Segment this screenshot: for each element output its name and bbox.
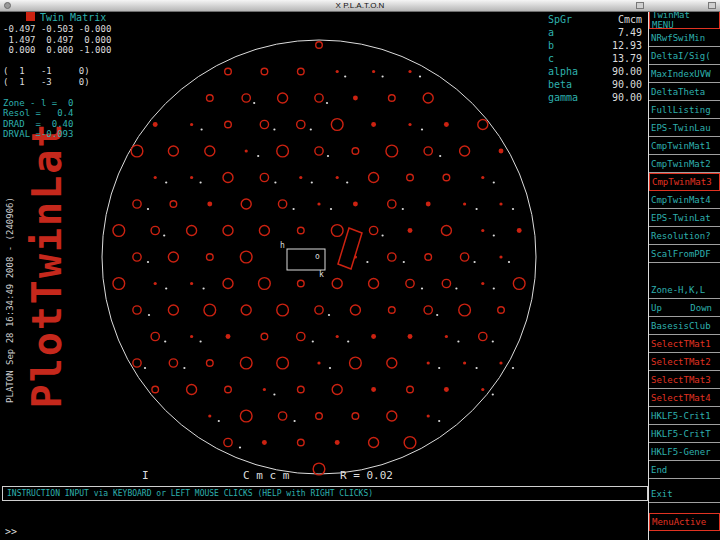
weak-reflection-dot <box>147 261 149 263</box>
reflection-dot <box>154 282 157 285</box>
window-titlebar[interactable]: X P.L.A.T.O.N <box>0 0 720 12</box>
weak-reflection-dot <box>239 446 241 448</box>
reflection-dot <box>352 148 359 155</box>
menu-item-resolution-[interactable]: Resolution? <box>649 227 720 245</box>
reflection-dot <box>353 202 358 207</box>
weak-reflection-dot <box>147 208 149 210</box>
reflection-dot <box>168 146 178 156</box>
plot-function-label: PlotTwinLat <box>24 122 70 409</box>
reflection-dot <box>336 335 339 338</box>
menu-item-end[interactable]: End <box>649 461 720 479</box>
twin-matrix-values: -0.497 -0.503 -0.000 1.497 0.497 0.000 0… <box>3 24 111 140</box>
menu-item-eps-twinlau[interactable]: EPS-TwinLau <box>649 119 720 137</box>
weak-reflection-dot <box>273 393 275 395</box>
reflection-dot <box>388 200 396 208</box>
reflection-dot <box>423 93 433 103</box>
reflection-dot <box>441 226 451 236</box>
menu-item-selecttmat4[interactable]: SelectTMat4 <box>649 389 720 407</box>
reflection-dot <box>315 94 323 102</box>
cell-parameter-value: 90.00 <box>612 78 642 91</box>
menu-item-cmptwinmat3[interactable]: CmpTwinMat3 <box>649 173 720 191</box>
window-zoom-button[interactable] <box>708 2 716 9</box>
menu-item-maxindexuvw[interactable]: MaxIndexUVW <box>649 65 720 83</box>
reflection-dot <box>426 202 431 207</box>
menu-item-basesisclub[interactable]: BasesisClub <box>649 317 720 335</box>
reflection-dot <box>315 147 323 155</box>
menu-item-up[interactable]: Up <box>651 303 662 313</box>
menu-item-hklf5-crit1[interactable]: HKLF5-Crit1 <box>649 407 720 425</box>
weak-reflection-dot <box>421 128 423 130</box>
weak-reflection-dot <box>200 181 202 183</box>
axis-label-k: k <box>319 270 324 279</box>
reflection-dot <box>151 226 159 234</box>
weak-reflection-dot <box>344 75 346 77</box>
reflection-dot <box>479 332 487 340</box>
menu-item-hklf5-gener[interactable]: HKLF5-Gener <box>649 443 720 461</box>
reflection-dot <box>369 173 379 183</box>
reflection-dot <box>223 173 233 183</box>
weak-reflection-dot <box>218 420 220 422</box>
menu-item-eps-twinlat[interactable]: EPS-TwinLat <box>649 209 720 227</box>
reflection-dot <box>331 225 343 237</box>
menu-item-hklf5-critt[interactable]: HKLF5-CritT <box>649 425 720 443</box>
info-line <box>3 56 111 67</box>
reflection-dot <box>131 145 143 157</box>
reflection-dot <box>240 357 252 369</box>
reflection-dot <box>190 335 193 338</box>
window-title: X P.L.A.T.O.N <box>336 1 385 10</box>
menu-item-fulllisting[interactable]: FullListing <box>649 101 720 119</box>
menu-item-cmptwinmat2[interactable]: CmpTwinMat2 <box>649 155 720 173</box>
reflection-dot <box>427 361 430 364</box>
reflection-dot <box>372 70 375 73</box>
menu-item-deltai-sig-[interactable]: DeltaI/Sig( <box>649 47 720 65</box>
info-line: 0.000 0.000 -1.000 <box>3 45 111 56</box>
window-close-button[interactable] <box>4 2 11 9</box>
menu-item-scalfrompdf[interactable]: ScalFromPDF <box>649 245 720 263</box>
menu-item-zone-h-k-l[interactable]: Zone-H,K,L <box>649 281 720 299</box>
menu-item-selecttmat3[interactable]: SelectTMat3 <box>649 371 720 389</box>
reflection-dot <box>241 305 251 315</box>
reflection-dot <box>406 279 414 287</box>
weak-reflection-dot <box>438 420 440 422</box>
reflection-dot <box>371 387 376 392</box>
menu-item-nrwfswimin[interactable]: NRwfSwiMin <box>649 29 720 47</box>
reflection-dot <box>241 199 251 209</box>
menu-item-menuactive[interactable]: MenuActive <box>649 513 720 531</box>
reflection-dot <box>407 174 414 181</box>
weak-reflection-dot <box>200 340 202 342</box>
reflection-dot <box>499 202 502 205</box>
weak-reflection-dot <box>476 367 478 369</box>
reflection-dot <box>371 334 376 339</box>
reflection-dot <box>133 306 141 314</box>
cell-parameter-row: SpGrCmcm <box>548 13 642 26</box>
menu-item-twinmat-menu[interactable]: TwinMat MENU <box>649 11 720 29</box>
reflection-dot <box>460 253 468 261</box>
reflection-dot <box>225 121 232 128</box>
menu-item-selecttmat2[interactable]: SelectTMat2 <box>649 353 720 371</box>
weak-reflection-dot <box>512 208 514 210</box>
menu-item-selecttmat1[interactable]: SelectTMat1 <box>649 335 720 353</box>
window-minimize-button[interactable] <box>636 2 644 9</box>
weak-reflection-dot <box>294 420 296 422</box>
menu-item-cmptwinmat4[interactable]: CmpTwinMat4 <box>649 191 720 209</box>
menu-item-cmptwinmat1[interactable]: CmpTwinMat1 <box>649 137 720 155</box>
cell-parameter-label: gamma <box>548 91 578 104</box>
menu-item-deltatheta[interactable]: DeltaTheta <box>649 83 720 101</box>
reflection-dot <box>517 228 522 233</box>
weak-reflection-dot <box>330 208 332 210</box>
reflection-dot <box>169 359 177 367</box>
weak-reflection-dot <box>328 314 330 316</box>
command-prompt[interactable]: >> <box>5 526 17 537</box>
cell-parameter-row: b12.93 <box>548 39 642 52</box>
menu-item-down[interactable]: Down <box>690 303 712 313</box>
reflection-dot <box>389 95 396 102</box>
info-line: Zone - l = 0 <box>3 98 111 109</box>
cell-parameter-value: 13.79 <box>612 52 642 65</box>
reflection-dot <box>261 68 268 75</box>
weak-reflection-dot <box>164 340 166 342</box>
reflection-dot <box>226 334 231 339</box>
cell-parameter-value: 90.00 <box>612 65 642 78</box>
reflection-dot <box>499 149 504 154</box>
menu-item-exit[interactable]: Exit <box>649 485 720 503</box>
reflection-dot <box>298 280 305 287</box>
